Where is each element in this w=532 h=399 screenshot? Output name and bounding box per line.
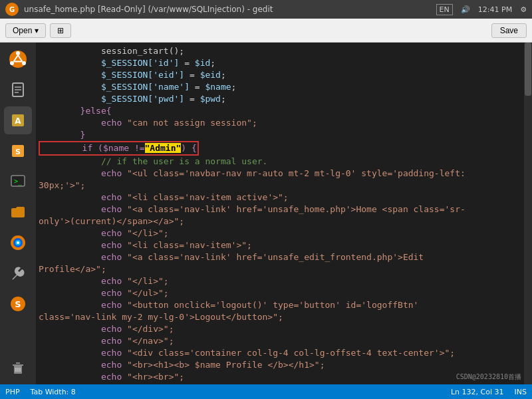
volume-icon[interactable]: 🔊 (461, 5, 470, 14)
code-line-9: // if the user is a normal user. (36, 156, 524, 168)
code-line-6: echo "can not assign session"; (36, 117, 524, 129)
code-line-24: echo "</nav>"; (36, 335, 524, 347)
code-line-19: echo "</li>"; (36, 275, 524, 287)
scroll-thumb[interactable] (525, 43, 531, 96)
code-line-25: echo "<div class='container col-lg-4 col… (36, 347, 524, 359)
code-line-27: echo "<hr><br>"; (36, 371, 524, 383)
sidebar-item-trash[interactable] (4, 354, 32, 382)
code-line-0: session_start(); (36, 45, 524, 57)
folder-icon (9, 203, 27, 221)
sidebar-item-settings[interactable] (4, 259, 32, 287)
code-line-16: echo "<li class='nav-item'>"; (36, 239, 524, 251)
status-tabwidth[interactable]: Tab Width: 8 (31, 388, 76, 396)
app-icon: G (5, 3, 19, 16)
sublime-icon: S (9, 142, 27, 160)
sidebar-item-sublime[interactable]: S (4, 137, 32, 165)
editor-icon: A (9, 111, 27, 130)
window-title: unsafe_home.php [Read-Only] (/var/www/SQ… (24, 5, 273, 14)
status-right: Ln 132, Col 31 INS (451, 388, 527, 396)
software-icon: S (9, 295, 27, 313)
firefox-icon (9, 233, 27, 252)
code-line-14: only'>(current)</span></a>"; (36, 215, 524, 227)
toolbar: Open ▾ ⊞ Save (0, 19, 532, 43)
titlebar: G unsafe_home.php [Read-Only] (/var/www/… (0, 0, 532, 19)
code-line-26: echo "<br><h1><b> $name Profile </b></h1… (36, 359, 524, 371)
code-editor[interactable]: session_start(); $_SESSION['id'] = $id; … (36, 43, 524, 384)
svg-point-17 (17, 241, 19, 244)
save-button[interactable]: Save (491, 23, 527, 38)
code-line-11: 30px;'>"; (36, 180, 524, 192)
open-chevron: ▾ (35, 26, 39, 35)
code-line-13: echo "<a class='nav-link' href='unsafe_h… (36, 203, 524, 215)
status-position: Ln 132, Col 31 (451, 388, 504, 396)
code-content: session_start(); $_SESSION['id'] = $id; … (36, 43, 524, 384)
sidebar-item-software[interactable]: S (4, 290, 32, 318)
code-line-4: $_SESSION['pwd'] = $pwd; (36, 93, 524, 105)
code-line-10: echo "<ul class='navbar-nav mr-auto mt-2… (36, 168, 524, 180)
code-line-21: echo "<button onclick='logout()' type='b… (36, 299, 524, 311)
main-area: A S >_ (0, 43, 532, 384)
svg-text:A: A (15, 116, 21, 126)
svg-point-1 (16, 51, 20, 55)
status-mode: INS (515, 388, 527, 396)
code-line-15: echo "</li>"; (36, 227, 524, 239)
bookmark-icon: ⊞ (57, 26, 64, 35)
sidebar-item-editor[interactable]: A (4, 106, 32, 134)
wrench-icon (9, 264, 27, 283)
code-line-18: Profile</a>"; (36, 263, 524, 275)
terminal-icon: >_ (9, 172, 27, 191)
sidebar-item-files[interactable] (4, 76, 32, 104)
code-line-20: echo "</ul>"; (36, 287, 524, 299)
svg-text:S: S (15, 148, 21, 156)
code-line-8: if ($name !="Admin") { (36, 141, 524, 156)
sidebar-item-terminal[interactable]: >_ (4, 168, 32, 196)
code-line-7: } (36, 129, 524, 141)
settings-icon[interactable]: ⚙ (520, 5, 527, 14)
activity-bar: A S >_ (0, 43, 36, 384)
svg-point-2 (22, 61, 26, 65)
statusbar: PHP Tab Width: 8 Ln 132, Col 31 INS (0, 384, 532, 399)
status-lang[interactable]: PHP (5, 388, 20, 396)
code-line-3: $_SESSION['name'] = $name; (36, 81, 524, 93)
code-line-2: $_SESSION['eid'] = $eid; (36, 69, 524, 81)
ubuntu-icon (9, 50, 27, 68)
code-line-5: }else{ (36, 105, 524, 117)
sidebar-item-firefox[interactable] (4, 229, 32, 257)
open-button[interactable]: Open ▾ (5, 23, 46, 38)
sidebar-item-filemanager[interactable] (4, 198, 32, 226)
code-line-28: echo "<table class='table table-striped … (36, 383, 524, 384)
bookmark-button[interactable]: ⊞ (50, 23, 71, 38)
titlebar-right: EN 🔊 12:41 PM ⚙ (436, 4, 527, 15)
files-icon (9, 80, 27, 99)
sidebar-item-ubuntu[interactable] (4, 45, 32, 73)
code-line-1: $_SESSION['id'] = $id; (36, 57, 524, 69)
svg-point-3 (10, 61, 14, 65)
trash-icon (9, 358, 27, 377)
titlebar-left: G unsafe_home.php [Read-Only] (/var/www/… (5, 3, 273, 16)
svg-text:S: S (15, 299, 21, 309)
code-line-12: echo "<li class='nav-item active'>"; (36, 192, 524, 203)
svg-text:>_: >_ (14, 178, 23, 186)
code-line-17: echo "<a class='nav-link' href='unsafe_e… (36, 251, 524, 263)
code-line-23: echo "</div>"; (36, 323, 524, 335)
clock: 12:41 PM (478, 5, 512, 14)
open-label: Open (13, 26, 32, 35)
vertical-scrollbar[interactable] (524, 43, 532, 384)
code-line-22: class='nav-link my-2 my-lg-0'>Logout</bu… (36, 311, 524, 323)
keyboard-layout[interactable]: EN (436, 4, 453, 15)
